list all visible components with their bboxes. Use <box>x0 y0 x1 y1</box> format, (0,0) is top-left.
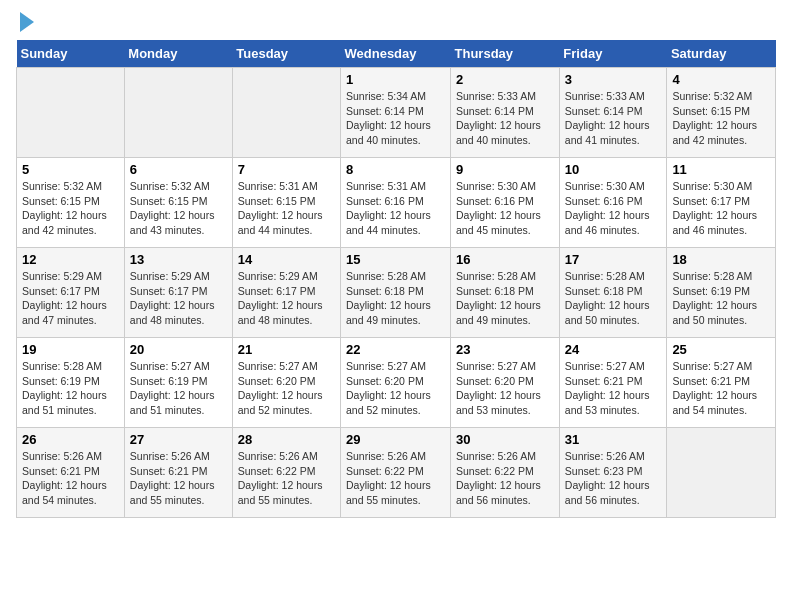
calendar-table: SundayMondayTuesdayWednesdayThursdayFrid… <box>16 40 776 518</box>
day-info: Sunrise: 5:33 AM Sunset: 6:14 PM Dayligh… <box>565 89 662 148</box>
day-info: Sunrise: 5:31 AM Sunset: 6:15 PM Dayligh… <box>238 179 335 238</box>
day-number: 15 <box>346 252 445 267</box>
calendar-day-cell: 14Sunrise: 5:29 AM Sunset: 6:17 PM Dayli… <box>232 248 340 338</box>
logo-arrow-icon <box>20 12 34 32</box>
calendar-day-cell: 23Sunrise: 5:27 AM Sunset: 6:20 PM Dayli… <box>451 338 560 428</box>
day-number: 11 <box>672 162 770 177</box>
calendar-day-cell: 30Sunrise: 5:26 AM Sunset: 6:22 PM Dayli… <box>451 428 560 518</box>
day-info: Sunrise: 5:27 AM Sunset: 6:20 PM Dayligh… <box>456 359 554 418</box>
calendar-day-cell: 28Sunrise: 5:26 AM Sunset: 6:22 PM Dayli… <box>232 428 340 518</box>
calendar-day-cell <box>17 68 125 158</box>
day-number: 16 <box>456 252 554 267</box>
day-number: 20 <box>130 342 227 357</box>
day-number: 24 <box>565 342 662 357</box>
calendar-day-cell: 29Sunrise: 5:26 AM Sunset: 6:22 PM Dayli… <box>341 428 451 518</box>
calendar-day-cell: 2Sunrise: 5:33 AM Sunset: 6:14 PM Daylig… <box>451 68 560 158</box>
calendar-day-header: Sunday <box>17 40 125 68</box>
calendar-day-cell: 1Sunrise: 5:34 AM Sunset: 6:14 PM Daylig… <box>341 68 451 158</box>
day-number: 22 <box>346 342 445 357</box>
day-number: 4 <box>672 72 770 87</box>
calendar-day-cell <box>667 428 776 518</box>
calendar-day-cell: 6Sunrise: 5:32 AM Sunset: 6:15 PM Daylig… <box>124 158 232 248</box>
day-info: Sunrise: 5:26 AM Sunset: 6:21 PM Dayligh… <box>130 449 227 508</box>
day-info: Sunrise: 5:30 AM Sunset: 6:17 PM Dayligh… <box>672 179 770 238</box>
calendar-day-cell: 27Sunrise: 5:26 AM Sunset: 6:21 PM Dayli… <box>124 428 232 518</box>
day-info: Sunrise: 5:28 AM Sunset: 6:18 PM Dayligh… <box>456 269 554 328</box>
calendar-day-cell: 17Sunrise: 5:28 AM Sunset: 6:18 PM Dayli… <box>559 248 667 338</box>
day-number: 31 <box>565 432 662 447</box>
calendar-day-cell: 20Sunrise: 5:27 AM Sunset: 6:19 PM Dayli… <box>124 338 232 428</box>
day-number: 5 <box>22 162 119 177</box>
day-info: Sunrise: 5:26 AM Sunset: 6:22 PM Dayligh… <box>456 449 554 508</box>
calendar-day-header: Saturday <box>667 40 776 68</box>
calendar-header-row: SundayMondayTuesdayWednesdayThursdayFrid… <box>17 40 776 68</box>
day-info: Sunrise: 5:31 AM Sunset: 6:16 PM Dayligh… <box>346 179 445 238</box>
day-info: Sunrise: 5:28 AM Sunset: 6:19 PM Dayligh… <box>672 269 770 328</box>
day-number: 21 <box>238 342 335 357</box>
day-number: 1 <box>346 72 445 87</box>
calendar-day-cell: 7Sunrise: 5:31 AM Sunset: 6:15 PM Daylig… <box>232 158 340 248</box>
calendar-week-row: 1Sunrise: 5:34 AM Sunset: 6:14 PM Daylig… <box>17 68 776 158</box>
day-number: 8 <box>346 162 445 177</box>
calendar-day-header: Wednesday <box>341 40 451 68</box>
day-number: 14 <box>238 252 335 267</box>
day-info: Sunrise: 5:30 AM Sunset: 6:16 PM Dayligh… <box>456 179 554 238</box>
day-info: Sunrise: 5:26 AM Sunset: 6:23 PM Dayligh… <box>565 449 662 508</box>
calendar-day-header: Friday <box>559 40 667 68</box>
calendar-day-cell: 5Sunrise: 5:32 AM Sunset: 6:15 PM Daylig… <box>17 158 125 248</box>
day-info: Sunrise: 5:27 AM Sunset: 6:20 PM Dayligh… <box>346 359 445 418</box>
calendar-day-cell: 13Sunrise: 5:29 AM Sunset: 6:17 PM Dayli… <box>124 248 232 338</box>
calendar-day-header: Monday <box>124 40 232 68</box>
calendar-day-header: Thursday <box>451 40 560 68</box>
day-info: Sunrise: 5:28 AM Sunset: 6:18 PM Dayligh… <box>565 269 662 328</box>
day-info: Sunrise: 5:29 AM Sunset: 6:17 PM Dayligh… <box>238 269 335 328</box>
calendar-day-cell: 19Sunrise: 5:28 AM Sunset: 6:19 PM Dayli… <box>17 338 125 428</box>
calendar-day-cell: 22Sunrise: 5:27 AM Sunset: 6:20 PM Dayli… <box>341 338 451 428</box>
calendar-day-cell: 8Sunrise: 5:31 AM Sunset: 6:16 PM Daylig… <box>341 158 451 248</box>
day-info: Sunrise: 5:27 AM Sunset: 6:21 PM Dayligh… <box>565 359 662 418</box>
calendar-day-header: Tuesday <box>232 40 340 68</box>
calendar-week-row: 19Sunrise: 5:28 AM Sunset: 6:19 PM Dayli… <box>17 338 776 428</box>
calendar-day-cell: 31Sunrise: 5:26 AM Sunset: 6:23 PM Dayli… <box>559 428 667 518</box>
calendar-day-cell <box>232 68 340 158</box>
calendar-day-cell: 25Sunrise: 5:27 AM Sunset: 6:21 PM Dayli… <box>667 338 776 428</box>
day-info: Sunrise: 5:28 AM Sunset: 6:18 PM Dayligh… <box>346 269 445 328</box>
day-number: 13 <box>130 252 227 267</box>
calendar-day-cell: 12Sunrise: 5:29 AM Sunset: 6:17 PM Dayli… <box>17 248 125 338</box>
calendar-day-cell: 3Sunrise: 5:33 AM Sunset: 6:14 PM Daylig… <box>559 68 667 158</box>
calendar-week-row: 26Sunrise: 5:26 AM Sunset: 6:21 PM Dayli… <box>17 428 776 518</box>
day-info: Sunrise: 5:32 AM Sunset: 6:15 PM Dayligh… <box>130 179 227 238</box>
day-info: Sunrise: 5:32 AM Sunset: 6:15 PM Dayligh… <box>22 179 119 238</box>
day-number: 2 <box>456 72 554 87</box>
calendar-day-cell <box>124 68 232 158</box>
day-number: 29 <box>346 432 445 447</box>
day-number: 6 <box>130 162 227 177</box>
day-info: Sunrise: 5:27 AM Sunset: 6:21 PM Dayligh… <box>672 359 770 418</box>
day-info: Sunrise: 5:33 AM Sunset: 6:14 PM Dayligh… <box>456 89 554 148</box>
day-info: Sunrise: 5:26 AM Sunset: 6:22 PM Dayligh… <box>238 449 335 508</box>
calendar-day-cell: 26Sunrise: 5:26 AM Sunset: 6:21 PM Dayli… <box>17 428 125 518</box>
calendar-day-cell: 4Sunrise: 5:32 AM Sunset: 6:15 PM Daylig… <box>667 68 776 158</box>
day-number: 25 <box>672 342 770 357</box>
calendar-day-cell: 11Sunrise: 5:30 AM Sunset: 6:17 PM Dayli… <box>667 158 776 248</box>
logo <box>16 16 34 32</box>
day-info: Sunrise: 5:32 AM Sunset: 6:15 PM Dayligh… <box>672 89 770 148</box>
calendar-week-row: 12Sunrise: 5:29 AM Sunset: 6:17 PM Dayli… <box>17 248 776 338</box>
day-number: 27 <box>130 432 227 447</box>
day-number: 30 <box>456 432 554 447</box>
page-header <box>16 16 776 32</box>
day-info: Sunrise: 5:27 AM Sunset: 6:20 PM Dayligh… <box>238 359 335 418</box>
day-number: 18 <box>672 252 770 267</box>
day-info: Sunrise: 5:30 AM Sunset: 6:16 PM Dayligh… <box>565 179 662 238</box>
day-info: Sunrise: 5:27 AM Sunset: 6:19 PM Dayligh… <box>130 359 227 418</box>
day-number: 9 <box>456 162 554 177</box>
day-number: 26 <box>22 432 119 447</box>
day-number: 19 <box>22 342 119 357</box>
day-number: 23 <box>456 342 554 357</box>
day-info: Sunrise: 5:26 AM Sunset: 6:21 PM Dayligh… <box>22 449 119 508</box>
day-info: Sunrise: 5:29 AM Sunset: 6:17 PM Dayligh… <box>22 269 119 328</box>
day-number: 12 <box>22 252 119 267</box>
day-number: 17 <box>565 252 662 267</box>
calendar-day-cell: 21Sunrise: 5:27 AM Sunset: 6:20 PM Dayli… <box>232 338 340 428</box>
day-info: Sunrise: 5:28 AM Sunset: 6:19 PM Dayligh… <box>22 359 119 418</box>
